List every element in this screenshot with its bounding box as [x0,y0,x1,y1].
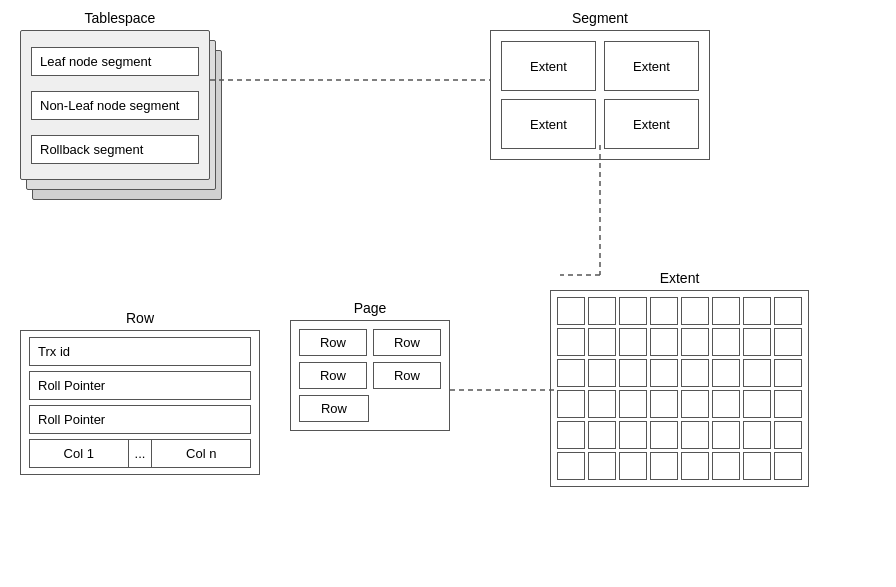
extent-grid-cell [557,297,585,325]
tablespace-layer-1: Leaf node segment Non-Leaf node segment … [20,30,210,180]
extent-grid-cell [774,452,802,480]
extent-grid-cell [774,359,802,387]
row-col-first: Col 1 [30,440,129,467]
extent-label: Extent [550,270,809,286]
extent-grid-cell [712,421,740,449]
ts-item-leaf: Leaf node segment [31,47,199,76]
extent-grid-cell [619,390,647,418]
extent-grid-cell [681,390,709,418]
extent-grid-cell [557,390,585,418]
diagram-container: Tablespace Leaf node segment Non-Leaf no… [0,0,896,587]
extent-grid-cell [557,359,585,387]
extent-grid-cell [681,359,709,387]
page-label: Page [290,300,450,316]
extent-grid-cell [619,421,647,449]
extent-grid-cell [588,328,616,356]
extent-grid [550,290,809,487]
page-row-cell-2: Row [373,329,441,356]
page-row-cell-4: Row [373,362,441,389]
extent-grid-cell [743,359,771,387]
page-row-cell-3: Row [299,362,367,389]
row-box: Trx id Roll Pointer Roll Pointer Col 1 .… [20,330,260,475]
tablespace-label: Tablespace [20,10,220,26]
extent-grid-cell [619,297,647,325]
extent-grid-cell [712,328,740,356]
ts-item-nonleaf: Non-Leaf node segment [31,91,199,120]
page-box: Row Row Row Row Row [290,320,450,431]
extent-grid-cell [588,421,616,449]
extent-area: Extent [550,270,809,487]
tablespace-area: Tablespace Leaf node segment Non-Leaf no… [20,10,220,210]
extent-grid-cell [650,421,678,449]
row-label: Row [20,310,260,326]
extent-grid-cell [588,359,616,387]
extent-grid-cell [743,452,771,480]
row-field-roll2: Roll Pointer [29,405,251,434]
row-col-row: Col 1 ... Col n [29,439,251,468]
extent-grid-cell [774,297,802,325]
page-row-single: Row [299,395,369,422]
extent-grid-cell [681,328,709,356]
extent-grid-cell [743,390,771,418]
extent-grid-cell [681,297,709,325]
page-row-cell-1: Row [299,329,367,356]
extent-grid-cell [619,452,647,480]
extent-grid-cell [712,297,740,325]
extent-grid-cell [588,390,616,418]
extent-cell-2: Extent [501,99,596,149]
segment-area: Segment Extent Extent Extent Extent [490,10,710,160]
extent-grid-cell [650,297,678,325]
extent-grid-cell [774,328,802,356]
row-field-roll1: Roll Pointer [29,371,251,400]
extent-cell-0: Extent [501,41,596,91]
extent-grid-cell [650,359,678,387]
extent-grid-cell [743,328,771,356]
extent-grid-cell [619,328,647,356]
extent-grid-cell [619,359,647,387]
extent-grid-cell [588,297,616,325]
extent-grid-cell [712,390,740,418]
row-col-dots: ... [129,440,153,467]
extent-cell-3: Extent [604,99,699,149]
extent-grid-cell [774,390,802,418]
extent-grid-cell [650,328,678,356]
extent-grid-cell [712,359,740,387]
extent-cell-1: Extent [604,41,699,91]
extent-grid-cell [681,421,709,449]
tablespace-stack: Leaf node segment Non-Leaf node segment … [20,30,220,210]
row-col-last: Col n [152,440,250,467]
page-row-pair-1: Row Row [299,329,441,356]
row-area: Row Trx id Roll Pointer Roll Pointer Col… [20,310,260,475]
extent-grid-cell [681,452,709,480]
extent-grid-cell [557,421,585,449]
extent-grid-cell [650,452,678,480]
extent-grid-cell [712,452,740,480]
ts-item-rollback: Rollback segment [31,135,199,164]
extent-grid-cell [743,297,771,325]
page-area: Page Row Row Row Row Row [290,300,450,431]
extent-grid-cell [557,452,585,480]
extent-grid-cell [743,421,771,449]
segment-label: Segment [490,10,710,26]
row-field-trx: Trx id [29,337,251,366]
page-row-pair-2: Row Row [299,362,441,389]
extent-grid-cell [650,390,678,418]
extent-grid-cell [557,328,585,356]
extent-grid-cell [588,452,616,480]
extent-grid-cell [774,421,802,449]
segment-box: Extent Extent Extent Extent [490,30,710,160]
